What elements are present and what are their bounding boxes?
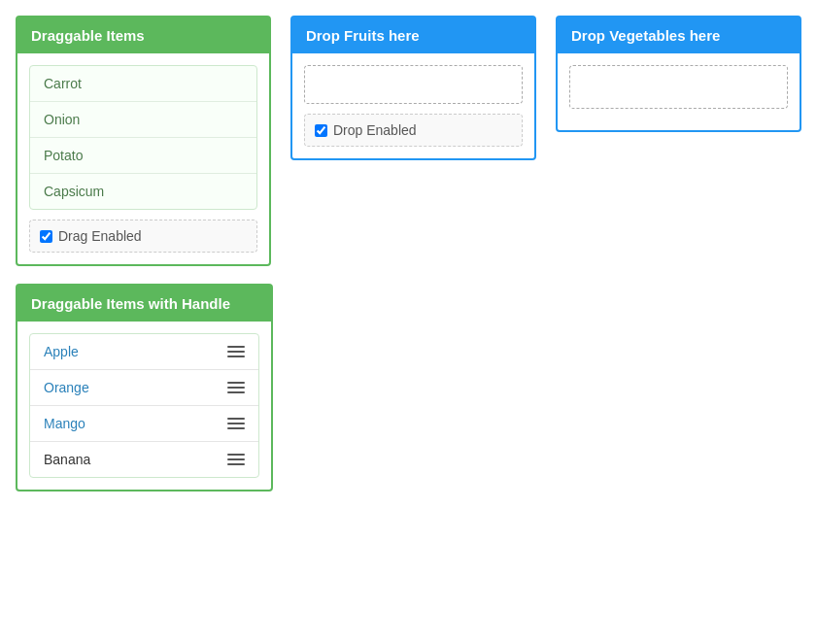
drop-vegetables-body[interactable] [558, 53, 800, 130]
drop-enabled-label: Drop Enabled [333, 122, 417, 138]
drag-handle-icon[interactable] [227, 454, 245, 465]
handle-item: Banana [30, 442, 258, 477]
handle-panel-header: Draggable Items with Handle [17, 286, 271, 322]
drop-vegetables-header: Drop Vegetables here [558, 17, 800, 53]
draggable-items-panel: Draggable Items Carrot Onion Potato Caps… [16, 16, 271, 266]
drag-handle-icon[interactable] [227, 346, 245, 357]
handle-item-label: Orange [44, 380, 89, 395]
drop-fruits-header: Drop Fruits here [292, 17, 534, 53]
handle-item-label: Mango [44, 416, 85, 431]
handle-item: Apple [30, 334, 258, 370]
draggable-items-body: Carrot Onion Potato Capsicum Drag Enable… [17, 53, 269, 264]
draggable-items-header: Draggable Items [17, 17, 269, 53]
drag-handle-icon[interactable] [227, 418, 245, 429]
drop-vegetables-panel: Drop Vegetables here [556, 16, 801, 132]
fruits-drop-zone[interactable] [304, 65, 523, 104]
drop-fruits-panel: Drop Fruits here Drop Enabled [290, 16, 536, 160]
drag-item[interactable]: Potato [30, 138, 256, 174]
handle-item-label: Apple [44, 344, 79, 359]
handle-panel: Draggable Items with Handle Apple Orange… [16, 284, 273, 491]
draggable-items-list: Carrot Onion Potato Capsicum [29, 65, 257, 210]
drag-item[interactable]: Carrot [30, 66, 256, 102]
handle-item: Orange [30, 370, 258, 406]
drop-enabled-checkbox[interactable] [315, 124, 327, 137]
handle-panel-body: Apple Orange Mango [17, 322, 271, 490]
vegetables-drop-zone[interactable] [569, 65, 788, 109]
handle-item-label: Banana [44, 452, 90, 467]
drop-fruits-body[interactable]: Drop Enabled [292, 53, 534, 158]
drag-item[interactable]: Onion [30, 102, 256, 138]
handle-items-list: Apple Orange Mango [29, 333, 259, 478]
drop-enabled-row: Drop Enabled [304, 114, 523, 147]
drag-item[interactable]: Capsicum [30, 174, 256, 209]
drag-enabled-row: Drag Enabled [29, 220, 257, 253]
handle-item: Mango [30, 406, 258, 442]
drag-enabled-label: Drag Enabled [58, 228, 142, 244]
drag-handle-icon[interactable] [227, 382, 245, 393]
drag-enabled-checkbox[interactable] [40, 230, 52, 243]
